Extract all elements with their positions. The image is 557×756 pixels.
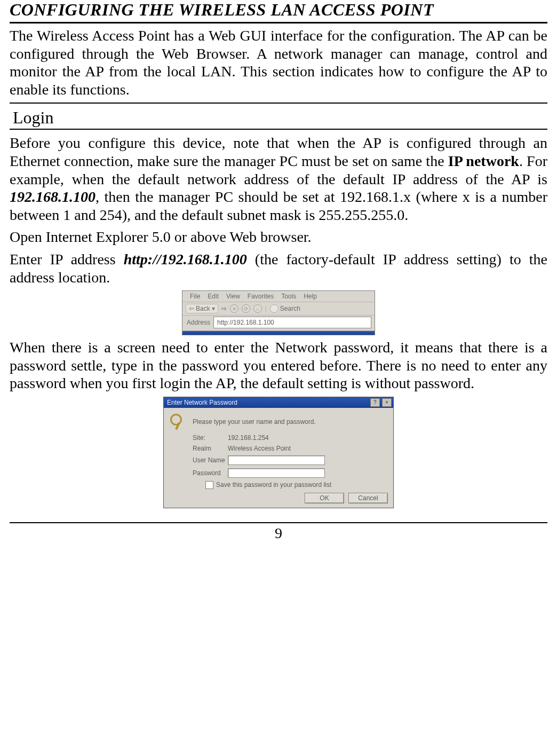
home-icon[interactable]: ⌂ bbox=[253, 304, 262, 313]
site-value: 192.168.1.254 bbox=[228, 434, 269, 442]
login-paragraph-4: When there is a screen need to enter the… bbox=[10, 338, 547, 392]
page-bottom-divider bbox=[10, 522, 547, 523]
realm-value: Wireless Access Point bbox=[228, 445, 291, 452]
login-paragraph-1: Before you configure this device, note t… bbox=[10, 134, 547, 224]
back-button[interactable]: ⇦ Back ▾ bbox=[186, 304, 218, 313]
ie-menu-bar: File Edit View Favorites Tools Help bbox=[182, 291, 375, 302]
dialog-instruction: Please type your user name and password. bbox=[193, 418, 316, 426]
search-button[interactable]: Search bbox=[270, 304, 300, 313]
ie-accent-bar bbox=[182, 331, 375, 335]
site-label: Site: bbox=[193, 434, 228, 442]
login-paragraph-3: Enter IP address http://192.168.1.100 (t… bbox=[10, 250, 547, 286]
ok-button[interactable]: OK bbox=[305, 493, 344, 503]
ie-menu-favorites[interactable]: Favorites bbox=[248, 293, 274, 300]
address-label: Address bbox=[187, 319, 210, 326]
section-divider-bottom bbox=[10, 129, 547, 130]
refresh-icon[interactable]: ⟳ bbox=[242, 304, 250, 313]
close-icon[interactable]: × bbox=[382, 398, 392, 407]
forward-arrow-icon[interactable]: ⇨ bbox=[221, 305, 227, 312]
page-number: 9 bbox=[10, 525, 547, 542]
screenshot-password-dialog: Enter Network Password ? × Please type y… bbox=[163, 397, 394, 508]
login-paragraph-2: Open Internet Explorer 5.0 or above Web … bbox=[10, 228, 547, 246]
search-icon bbox=[270, 304, 278, 313]
save-password-label: Save this password in your password list bbox=[216, 481, 331, 489]
dialog-title: Enter Network Password bbox=[167, 399, 237, 406]
intro-paragraph: The Wireless Access Point has a Web GUI … bbox=[10, 27, 547, 98]
ie-menu-file[interactable]: File bbox=[190, 293, 200, 300]
realm-label: Realm bbox=[193, 445, 228, 452]
ie-menu-help[interactable]: Help bbox=[304, 293, 317, 300]
ie-menu-tools[interactable]: Tools bbox=[281, 293, 296, 300]
dropdown-arrow-icon: ▾ bbox=[212, 305, 215, 312]
password-label: Password bbox=[193, 469, 228, 477]
title-divider bbox=[10, 22, 547, 23]
address-input[interactable]: http://192.168.1.100 bbox=[213, 317, 371, 328]
password-input[interactable] bbox=[228, 468, 325, 478]
key-icon bbox=[169, 413, 187, 431]
ie-menu-edit[interactable]: Edit bbox=[208, 293, 219, 300]
save-password-checkbox[interactable] bbox=[205, 481, 213, 489]
section-title-login: Login bbox=[13, 108, 547, 128]
username-label: User Name bbox=[193, 456, 228, 464]
back-arrow-icon: ⇦ bbox=[189, 305, 194, 312]
dialog-titlebar: Enter Network Password ? × bbox=[164, 397, 393, 408]
help-icon[interactable]: ? bbox=[370, 398, 380, 407]
screenshot-ie-toolbar: File Edit View Favorites Tools Help ⇦ Ba… bbox=[182, 290, 375, 335]
ie-menu-view[interactable]: View bbox=[226, 293, 240, 300]
section-divider-top bbox=[10, 103, 547, 104]
cancel-button[interactable]: Cancel bbox=[348, 493, 388, 503]
stop-icon[interactable]: ✕ bbox=[230, 304, 238, 313]
page-title: CONFIGURING THE WIRELESS LAN ACCESS POIN… bbox=[10, 0, 547, 20]
username-input[interactable] bbox=[228, 455, 325, 465]
ie-toolbar: ⇦ Back ▾ ⇨ ✕ ⟳ ⌂ | Search bbox=[182, 302, 375, 316]
